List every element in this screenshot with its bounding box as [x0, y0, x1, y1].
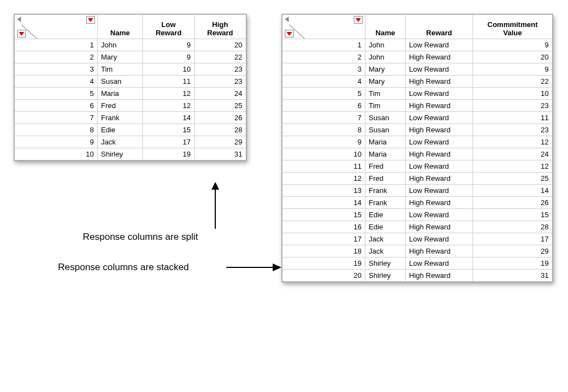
columns-disclosure-icon[interactable]	[86, 16, 95, 24]
cell-name[interactable]: Tim	[98, 63, 143, 76]
cell-name[interactable]: Mary	[365, 76, 406, 88]
corner-cell[interactable]	[15, 15, 98, 39]
table-row[interactable]: 4Susan1123	[15, 76, 246, 88]
cell-name[interactable]: Jack	[98, 136, 143, 148]
table-row[interactable]: 3MaryLow Reward9	[283, 63, 553, 76]
table-row[interactable]: 15EdieLow Reward15	[283, 209, 553, 221]
rows-disclosure-icon[interactable]	[285, 30, 294, 37]
table-row[interactable]: 6TimHigh Reward23	[283, 100, 553, 112]
cell-value[interactable]: 23	[473, 100, 553, 112]
cell-reward[interactable]: Low Reward	[406, 39, 473, 51]
cell-name[interactable]: Frank	[98, 112, 143, 124]
table-row[interactable]: 8Edie1528	[15, 124, 246, 136]
table-row[interactable]: 16EdieHigh Reward28	[283, 221, 553, 233]
table-row[interactable]: 18JackHigh Reward29	[283, 245, 553, 257]
cell-value[interactable]: 14	[473, 185, 553, 197]
table-row[interactable]: 10Shirley1931	[15, 148, 246, 160]
cell-high[interactable]: 25	[194, 100, 246, 112]
cell-value[interactable]: 31	[473, 270, 553, 282]
cell-name[interactable]: Frank	[365, 197, 406, 209]
cell-name[interactable]: Tim	[365, 88, 406, 100]
table-row[interactable]: 11FredLow Reward12	[283, 160, 553, 173]
cell-name[interactable]: Susan	[365, 124, 406, 136]
table-row[interactable]: 2Mary922	[15, 51, 246, 63]
cell-high[interactable]: 20	[194, 39, 246, 51]
table-row[interactable]: 4MaryHigh Reward22	[283, 76, 553, 88]
cell-value[interactable]: 15	[473, 209, 553, 221]
cell-reward[interactable]: Low Reward	[406, 233, 473, 245]
cell-name[interactable]: John	[365, 51, 406, 63]
cell-value[interactable]: 11	[473, 112, 553, 124]
cell-name[interactable]: Jack	[365, 233, 406, 245]
cell-reward[interactable]: Low Reward	[406, 160, 473, 173]
columns-disclosure-icon[interactable]	[354, 16, 363, 24]
table-row[interactable]: 14FrankHigh Reward26	[283, 197, 553, 209]
cell-name[interactable]: Jack	[365, 245, 406, 257]
cell-reward[interactable]: Low Reward	[406, 209, 473, 221]
cell-reward[interactable]: High Reward	[406, 100, 473, 112]
cell-low[interactable]: 14	[143, 112, 194, 124]
cell-reward[interactable]: High Reward	[406, 51, 473, 63]
cell-low[interactable]: 9	[143, 39, 194, 51]
cell-high[interactable]: 22	[194, 51, 246, 63]
cell-name[interactable]: Maria	[365, 136, 406, 148]
table-row[interactable]: 5Maria1224	[15, 88, 246, 100]
col-reward[interactable]: Reward	[406, 15, 473, 39]
cell-high[interactable]: 28	[194, 124, 246, 136]
table-row[interactable]: 8SusanHigh Reward23	[283, 124, 553, 136]
cell-high[interactable]: 29	[194, 136, 246, 148]
cell-value[interactable]: 10	[473, 88, 553, 100]
cell-reward[interactable]: High Reward	[406, 148, 473, 160]
cell-reward[interactable]: Low Reward	[406, 136, 473, 148]
col-low[interactable]: LowReward	[143, 15, 194, 39]
cell-name[interactable]: Maria	[98, 88, 143, 100]
cell-high[interactable]: 24	[194, 88, 246, 100]
table-row[interactable]: 9MariaLow Reward12	[283, 136, 553, 148]
cell-name[interactable]: Edie	[98, 124, 143, 136]
cell-name[interactable]: Mary	[365, 63, 406, 76]
col-value[interactable]: CommmitmentValue	[473, 15, 553, 39]
cell-low[interactable]: 15	[143, 124, 194, 136]
cell-name[interactable]: Fred	[98, 100, 143, 112]
rows-disclosure-icon[interactable]	[17, 30, 26, 37]
cell-name[interactable]: Fred	[365, 160, 406, 173]
table-row[interactable]: 10MariaHigh Reward24	[283, 148, 553, 160]
cell-name[interactable]: Tim	[365, 100, 406, 112]
cell-name[interactable]: Shirley	[365, 257, 406, 270]
table-row[interactable]: 6Fred1225	[15, 100, 246, 112]
cell-value[interactable]: 17	[473, 233, 553, 245]
cell-value[interactable]: 9	[473, 63, 553, 76]
cell-value[interactable]: 12	[473, 160, 553, 173]
cell-high[interactable]: 23	[194, 76, 246, 88]
cell-reward[interactable]: High Reward	[406, 245, 473, 257]
cell-reward[interactable]: High Reward	[406, 221, 473, 233]
back-triangle-icon[interactable]	[285, 17, 289, 22]
table-row[interactable]: 1JohnLow Reward9	[283, 39, 553, 51]
cell-reward[interactable]: High Reward	[406, 270, 473, 282]
cell-low[interactable]: 10	[143, 63, 194, 76]
cell-high[interactable]: 26	[194, 112, 246, 124]
table-row[interactable]: 19ShirleyLow Reward19	[283, 257, 553, 270]
table-row[interactable]: 12FredHigh Reward25	[283, 173, 553, 185]
cell-value[interactable]: 20	[473, 51, 553, 63]
table-row[interactable]: 3Tim1023	[15, 63, 246, 76]
cell-name[interactable]: Fred	[365, 173, 406, 185]
cell-low[interactable]: 12	[143, 88, 194, 100]
table-row[interactable]: 2JohnHigh Reward20	[283, 51, 553, 63]
cell-low[interactable]: 19	[143, 148, 194, 160]
cell-value[interactable]: 22	[473, 76, 553, 88]
table-row[interactable]: 7SusanLow Reward11	[283, 112, 553, 124]
cell-name[interactable]: Frank	[365, 185, 406, 197]
cell-value[interactable]: 23	[473, 124, 553, 136]
cell-name[interactable]: Edie	[365, 221, 406, 233]
col-name[interactable]: Name	[365, 15, 406, 39]
cell-low[interactable]: 12	[143, 100, 194, 112]
cell-reward[interactable]: High Reward	[406, 76, 473, 88]
cell-low[interactable]: 17	[143, 136, 194, 148]
cell-value[interactable]: 24	[473, 148, 553, 160]
cell-low[interactable]: 9	[143, 51, 194, 63]
cell-high[interactable]: 31	[194, 148, 246, 160]
table-row[interactable]: 13FrankLow Reward14	[283, 185, 553, 197]
table-row[interactable]: 17JackLow Reward17	[283, 233, 553, 245]
cell-name[interactable]: Susan	[365, 112, 406, 124]
